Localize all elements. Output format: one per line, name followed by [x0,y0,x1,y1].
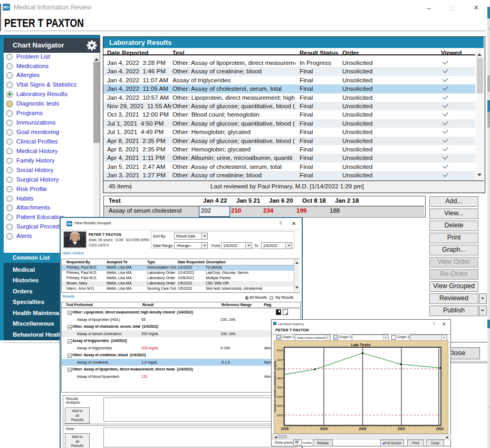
svg-text:2018: 2018 [281,427,289,431]
svg-text:2020: 2020 [359,427,367,431]
svg-text:160: 160 [276,386,282,389]
svg-text:100: 100 [276,414,282,417]
svg-text:2022: 2022 [436,427,444,431]
svg-text:120: 120 [276,404,282,407]
svg-text:2019: 2019 [320,427,328,431]
svg-text:2021: 2021 [398,427,406,431]
svg-text:220: 220 [276,358,282,361]
svg-text:Lab Tests: Lab Tests [351,342,371,347]
svg-text:200: 200 [276,367,282,370]
svg-text:180: 180 [276,377,282,380]
svg-text:240: 240 [276,349,282,352]
svg-text:140: 140 [276,395,282,398]
svg-text:Assay Of Serum Cholesterol (mg: Assay Of Serum Cholesterol (mg/dL [274,360,276,413]
